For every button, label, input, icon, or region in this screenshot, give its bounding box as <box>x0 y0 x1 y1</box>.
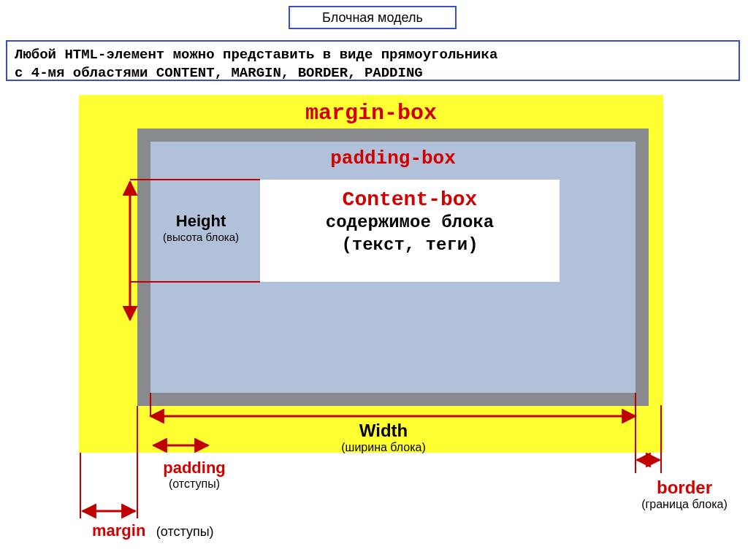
margin-callout: margin (отступы) <box>92 521 214 540</box>
border-callout-sub: (граница блока) <box>627 498 742 511</box>
width-label: Width (ширина блока) <box>292 421 475 454</box>
padding-callout: padding (отступы) <box>143 457 245 498</box>
border-callout: border (граница блока) <box>627 476 742 520</box>
margin-box-label: margin-box <box>305 101 437 126</box>
description-keywords: CONTENT, MARGIN, BORDER, PADDING <box>156 65 423 81</box>
padding-callout-sub: (отступы) <box>143 477 245 491</box>
page-title: Блочная модель <box>289 6 457 29</box>
height-label: Height (высота блока) <box>146 212 256 243</box>
content-box-title: Content-box <box>260 188 560 211</box>
padding-box-label: padding-box <box>330 147 456 169</box>
margin-box: margin-box padding-box Content-box содер… <box>79 95 663 453</box>
description-line1: Любой HTML-элемент можно представить в в… <box>15 47 497 63</box>
content-box: Content-box содержимое блока (текст, тег… <box>260 180 560 282</box>
padding-box: padding-box Content-box содержимое блока… <box>150 142 636 393</box>
height-label-sub: (высота блока) <box>146 231 256 243</box>
padding-callout-title: padding <box>143 459 245 477</box>
border-callout-title: border <box>627 477 742 498</box>
description-line2-prefix: с 4-мя областями <box>15 65 156 81</box>
width-label-title: Width <box>292 421 475 441</box>
margin-callout-title: margin <box>92 521 145 540</box>
width-label-sub: (ширина блока) <box>292 441 475 454</box>
content-box-line1: содержимое блока <box>260 211 560 234</box>
whitebox-margin-gap <box>79 453 145 504</box>
content-box-line2: (текст, теги) <box>260 234 560 256</box>
border-box: padding-box Content-box содержимое блока… <box>137 129 649 406</box>
description-box: Любой HTML-элемент можно представить в в… <box>6 40 740 81</box>
height-label-title: Height <box>146 212 256 231</box>
margin-callout-sub: (отступы) <box>156 524 214 539</box>
